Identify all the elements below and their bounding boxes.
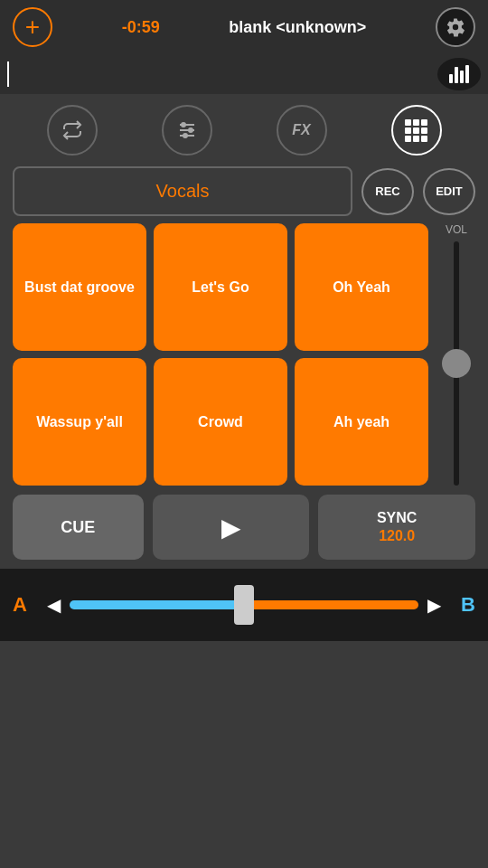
header: + -0:59 blank <unknown> <box>0 0 488 54</box>
controls-row: FX <box>0 94 488 166</box>
crossfader-arrow-left[interactable]: ◀ <box>47 594 61 616</box>
fx-button[interactable]: FX <box>277 105 327 156</box>
pad-bust-dat-groove[interactable]: Bust dat groove <box>13 223 146 351</box>
pads-vol-section: Bust dat groove Let's Go Oh Yeah Wassup … <box>0 223 488 486</box>
crossfader-track[interactable] <box>70 597 418 613</box>
time-display: -0:59 <box>122 18 160 37</box>
crossfader-row: A ◀ ▶ B <box>0 569 488 641</box>
crossfader-left-fill <box>70 600 244 609</box>
grid-icon <box>405 119 427 142</box>
track-row: Vocals REC EDIT <box>0 166 488 223</box>
svg-point-4 <box>189 128 192 132</box>
track-title: blank <unknown> <box>229 18 366 37</box>
crossfader-arrow-right[interactable]: ▶ <box>427 594 441 616</box>
crossfader-thumb[interactable] <box>234 585 254 625</box>
sync-button[interactable]: SYNC 120.0 <box>318 495 475 560</box>
loop-icon <box>61 119 83 141</box>
pad-lets-go[interactable]: Let's Go <box>154 223 287 351</box>
edit-button[interactable]: EDIT <box>423 168 475 215</box>
pad-oh-yeah[interactable]: Oh Yeah <box>295 223 428 351</box>
volume-section: VOL <box>437 223 475 486</box>
settings-button[interactable] <box>436 7 475 47</box>
track-name: Vocals <box>156 181 210 201</box>
eq-icon <box>176 119 198 141</box>
vol-slider-track[interactable] <box>454 241 459 486</box>
svg-point-3 <box>182 123 185 127</box>
play-icon: ▶ <box>221 513 241 542</box>
sync-label: SYNC <box>377 510 417 526</box>
pad-ah-yeah[interactable]: Ah yeah <box>295 358 428 486</box>
fx-label: FX <box>292 122 310 138</box>
progress-marker <box>7 61 9 87</box>
crossfader-right-fill <box>244 600 418 609</box>
vol-slider-thumb[interactable] <box>442 349 471 378</box>
play-button[interactable]: ▶ <box>153 495 310 560</box>
cue-button[interactable]: CUE <box>13 495 144 560</box>
rec-button[interactable]: REC <box>361 168 414 215</box>
add-button[interactable]: + <box>13 7 52 47</box>
pad-crowd[interactable]: Crowd <box>154 358 287 486</box>
loop-button[interactable] <box>47 105 98 156</box>
gear-icon <box>446 17 465 37</box>
progress-area <box>0 54 488 94</box>
track-name-box: Vocals <box>13 166 352 216</box>
plus-icon: + <box>25 14 40 40</box>
grid-button[interactable] <box>391 105 442 156</box>
vol-label: VOL <box>446 223 467 236</box>
bpm-display: 120.0 <box>379 528 415 544</box>
transport-row: CUE ▶ SYNC 120.0 <box>0 486 488 569</box>
waveform-button[interactable] <box>437 58 481 90</box>
waveform-icon <box>449 65 469 83</box>
eq-button[interactable] <box>162 105 212 156</box>
svg-point-5 <box>183 134 187 137</box>
pads-grid: Bust dat groove Let's Go Oh Yeah Wassup … <box>13 223 428 486</box>
crossfader-label-a: A <box>13 593 38 617</box>
crossfader-label-b: B <box>450 593 475 617</box>
pad-wassup-yall[interactable]: Wassup y'all <box>13 358 146 486</box>
